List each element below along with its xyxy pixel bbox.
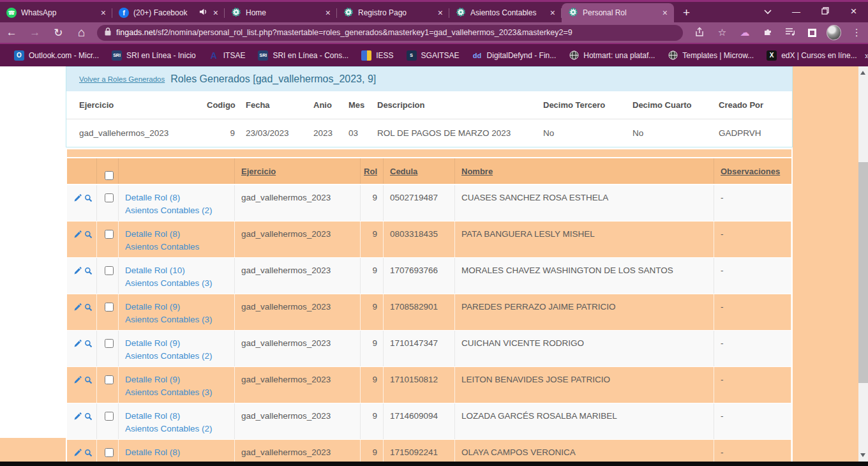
reload-icon[interactable]: ↻	[47, 26, 70, 40]
sort-nombre[interactable]: Nombre	[461, 167, 493, 176]
extensions-puzzle-icon[interactable]	[756, 27, 779, 39]
view-magnifier-icon[interactable]	[84, 447, 93, 458]
sort-observaciones[interactable]: Observaciones	[721, 167, 780, 176]
tab-close-icon[interactable]: ×	[212, 8, 220, 18]
tab-close-icon[interactable]: ×	[549, 8, 557, 18]
table-row: Detalle Rol (9) Asientos Contables (2) g…	[67, 331, 791, 367]
row-checkbox[interactable]	[105, 375, 114, 384]
asientos-contables-link[interactable]: Asientos Contables (3)	[125, 386, 230, 399]
detalle-rol-link[interactable]: Detalle Rol (10)	[125, 264, 230, 277]
bookmark-edx[interactable]: XedX | Cursos en líne...	[761, 48, 862, 63]
bookmark-templates[interactable]: Templates | Microw...	[662, 48, 759, 63]
tab-personal-rol-active[interactable]: Personal Rol ×	[562, 3, 674, 22]
detalle-rol-link[interactable]: Detalle Rol (8)	[125, 410, 230, 423]
close-window-button[interactable]: ×	[839, 5, 868, 18]
row-checkbox[interactable]	[105, 412, 114, 421]
home-icon[interactable]: ⌂	[70, 26, 94, 40]
asientos-contables-link[interactable]: Asientos Contables (2)	[125, 350, 230, 363]
back-icon[interactable]: ←	[0, 26, 24, 39]
lock-icon[interactable]	[105, 27, 111, 38]
master-codigo: 9	[207, 128, 237, 138]
detalle-rol-link[interactable]: Detalle Rol (9)	[125, 301, 230, 313]
edit-pencil-icon[interactable]	[73, 266, 82, 276]
volver-link[interactable]: Volver a Roles Generados	[79, 75, 165, 83]
edit-pencil-icon[interactable]	[73, 447, 82, 458]
edit-pencil-icon[interactable]	[73, 302, 82, 313]
bookmarks-overflow-chevron[interactable]: »	[865, 50, 868, 61]
tab-label: WhatsApp	[21, 8, 95, 17]
tab-close-icon[interactable]: ×	[437, 8, 444, 18]
detalle-rol-link[interactable]: Detalle Rol (9)	[125, 337, 230, 350]
menu-dots-icon[interactable]: ⋮	[845, 27, 868, 38]
tab-asientos-contables[interactable]: Asientos Contables ×	[449, 3, 562, 22]
row-checkbox[interactable]	[105, 230, 114, 239]
asientos-contables-link[interactable]: Asientos Contables (2)	[125, 423, 230, 435]
bookmark-iess[interactable]: IESS	[356, 48, 398, 63]
view-magnifier-icon[interactable]	[84, 338, 93, 349]
tab-close-icon[interactable]: ×	[100, 8, 107, 18]
edit-pencil-icon[interactable]	[73, 338, 82, 349]
profile-square-icon[interactable]	[808, 29, 816, 37]
avatar[interactable]	[827, 25, 842, 40]
bookmark-sri-consultas[interactable]: SRISRI en Línea - Cons...	[253, 48, 354, 63]
view-magnifier-icon[interactable]	[84, 266, 93, 276]
edit-pencil-icon[interactable]	[73, 375, 82, 386]
asientos-contables-link[interactable]: Asientos Contables (2)	[125, 204, 230, 217]
sort-cedula[interactable]: Cedula	[390, 167, 417, 176]
view-magnifier-icon[interactable]	[84, 193, 93, 204]
tab-label: Personal Rol	[583, 8, 657, 17]
sort-ejercicio[interactable]: Ejercicio	[241, 167, 276, 176]
address-bar[interactable]: fingads.net/sf2/nomina/personal_rol_list…	[97, 25, 683, 41]
view-magnifier-icon[interactable]	[84, 302, 93, 313]
detalle-rol-link[interactable]: Detalle Rol (8)	[125, 192, 230, 204]
row-checkbox[interactable]	[105, 339, 114, 348]
row-checkbox[interactable]	[105, 193, 114, 202]
bookmark-itsae[interactable]: AITSAE	[204, 48, 251, 63]
scroll-up-arrow[interactable]	[860, 71, 865, 75]
tab-facebook[interactable]: f (20+) Facebook ×	[112, 3, 225, 22]
restore-button[interactable]	[811, 7, 839, 17]
bookmark-outlook[interactable]: OOutlook.com - Micr...	[9, 48, 104, 63]
select-all-checkbox[interactable]	[105, 171, 114, 180]
row-checkbox[interactable]	[105, 448, 114, 457]
asientos-contables-link[interactable]: Asientos Contables (3)	[125, 313, 230, 326]
tab-registro-pago[interactable]: Registro Pago ×	[337, 3, 449, 22]
dd-icon: dd	[472, 50, 483, 61]
vertical-scrollbar[interactable]	[858, 66, 868, 462]
row-checkbox[interactable]	[105, 303, 114, 312]
bookmark-hotmart[interactable]: Hotmart: una plataf...	[564, 48, 660, 63]
sort-rol[interactable]: Rol	[364, 167, 377, 176]
view-magnifier-icon[interactable]	[84, 229, 93, 240]
media-list-icon[interactable]	[779, 27, 802, 38]
bookmark-digitaldefynd[interactable]: ddDigitalDefynd - Fin...	[467, 48, 562, 63]
edit-pencil-icon[interactable]	[73, 411, 82, 422]
row-checkbox[interactable]	[105, 266, 114, 275]
detalle-rol-link[interactable]: Detalle Rol (9)	[125, 373, 230, 386]
bookmark-star-icon[interactable]: ☆	[711, 27, 734, 38]
tab-audio-icon[interactable]	[199, 8, 207, 18]
tab-whatsapp[interactable]: ☎ WhatsApp ×	[0, 3, 112, 22]
share-icon[interactable]	[688, 27, 711, 39]
tab-home[interactable]: Home ×	[225, 3, 337, 22]
minimize-button[interactable]: —	[782, 7, 811, 17]
bookmark-sgaitsae[interactable]: SSGAITSAE	[401, 48, 465, 63]
cell-ejercicio: gad_vallehermos_2023	[235, 403, 361, 439]
detalle-rol-link[interactable]: Detalle Rol (8)	[125, 446, 230, 459]
outlook-icon: O	[14, 50, 24, 61]
tab-search-chevron-icon[interactable]	[753, 7, 782, 17]
edit-pencil-icon[interactable]	[73, 193, 82, 204]
asientos-contables-link[interactable]: Asientos Contables (3)	[125, 277, 230, 290]
scroll-down-arrow[interactable]	[860, 453, 865, 457]
detalle-rol-link[interactable]: Detalle Rol (8)	[125, 228, 230, 241]
extension-cloud-icon[interactable]: ☁	[733, 27, 756, 38]
bookmark-sri-inicio[interactable]: SRISRI en Línea - Inicio	[107, 48, 201, 63]
page-title: Roles Generados [gad_vallehermos_2023, 9…	[170, 73, 376, 85]
view-magnifier-icon[interactable]	[84, 411, 93, 422]
tab-close-icon[interactable]: ×	[661, 8, 669, 18]
scrollbar-thumb[interactable]	[858, 162, 868, 383]
asientos-contables-link[interactable]: Asientos Contables	[125, 241, 230, 253]
view-magnifier-icon[interactable]	[84, 375, 93, 386]
edit-pencil-icon[interactable]	[73, 229, 82, 240]
tab-close-icon[interactable]: ×	[324, 8, 332, 18]
new-tab-button[interactable]: +	[674, 6, 699, 22]
